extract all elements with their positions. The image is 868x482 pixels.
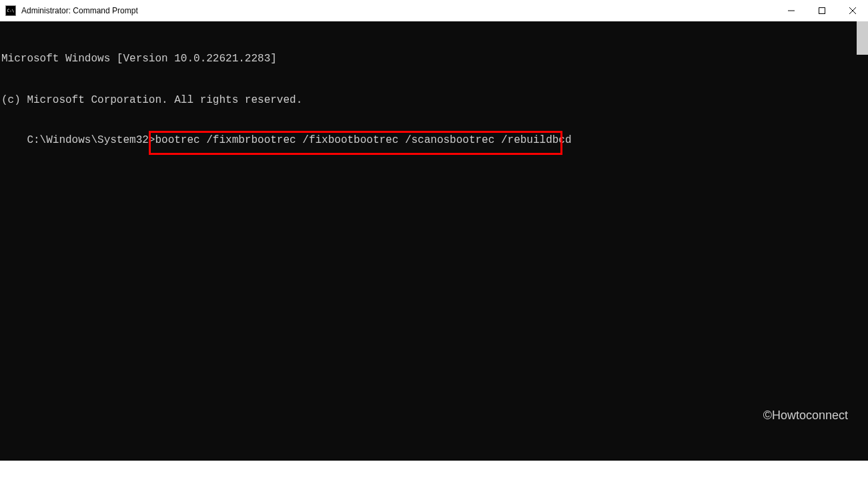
terminal-prompt: C:\Windows\System32> [27, 134, 155, 146]
vertical-scrollbar-thumb[interactable] [857, 21, 868, 55]
svg-rect-1 [819, 8, 825, 14]
window-controls [776, 0, 868, 21]
minimize-button[interactable] [776, 0, 807, 21]
watermark-text: ©Howtoconnect [763, 408, 848, 423]
terminal-line-version: Microsoft Windows [Version 10.0.22621.22… [1, 52, 867, 66]
terminal-area[interactable]: Microsoft Windows [Version 10.0.22621.22… [0, 21, 868, 461]
titlebar[interactable]: Administrator: Command Prompt [0, 0, 868, 21]
terminal-command: bootrec /fixmbrbootrec /fixbootbootrec /… [155, 134, 571, 146]
terminal-line-copyright: (c) Microsoft Corporation. All rights re… [1, 93, 867, 107]
titlebar-left: Administrator: Command Prompt [5, 5, 138, 16]
cmd-icon [5, 5, 16, 16]
command-prompt-window: Administrator: Command Prompt Microsoft … [0, 0, 868, 461]
maximize-button[interactable] [807, 0, 837, 21]
close-button[interactable] [837, 0, 868, 21]
window-title: Administrator: Command Prompt [21, 6, 138, 15]
terminal-prompt-line: C:\Windows\System32>bootrec /fixmbrbootr… [27, 134, 571, 175]
